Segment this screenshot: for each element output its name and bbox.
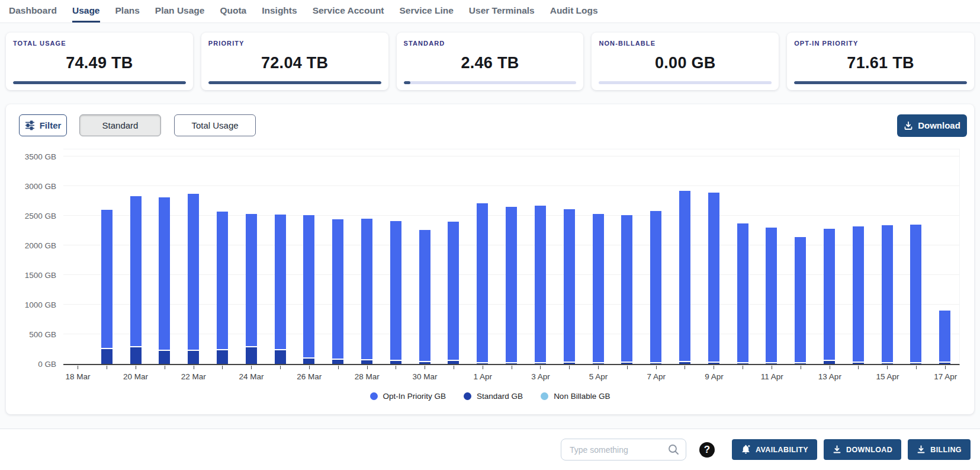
bar-22-mar[interactable] bbox=[188, 194, 199, 364]
x-axis-tick bbox=[743, 366, 743, 369]
x-axis-tick bbox=[280, 366, 281, 369]
nav-item-usage[interactable]: Usage bbox=[72, 5, 100, 23]
bar-3-apr[interactable] bbox=[535, 206, 546, 364]
bar-7-apr[interactable] bbox=[650, 211, 661, 365]
bar-15-apr[interactable] bbox=[882, 225, 893, 364]
day-slot bbox=[237, 149, 266, 364]
usage-bar-chart: 0 GB500 GB1000 GB1500 GB2000 GB2500 GB30… bbox=[15, 149, 965, 401]
bar-19-mar[interactable] bbox=[101, 210, 113, 364]
bar-17-apr[interactable] bbox=[939, 311, 950, 364]
filter-button-label: Filter bbox=[40, 120, 62, 130]
bar-segment-opt-in-priority bbox=[275, 215, 286, 349]
bar-segment-standard bbox=[621, 363, 632, 364]
bar-14-apr[interactable] bbox=[853, 226, 864, 364]
bar-segment-opt-in-priority bbox=[766, 228, 777, 363]
day-slot bbox=[352, 149, 381, 364]
nav-item-plan-usage[interactable]: Plan Usage bbox=[155, 5, 205, 23]
bar-segment-standard bbox=[477, 363, 488, 365]
help-button[interactable]: ? bbox=[699, 442, 715, 458]
stat-card-total-usage: TOTAL USAGE74.49 TB bbox=[6, 33, 193, 90]
day-slot bbox=[439, 149, 468, 364]
nav-item-service-line[interactable]: Service Line bbox=[400, 5, 454, 23]
day-slot bbox=[670, 149, 699, 364]
legend-item-non-billable-gb: Non Billable GB bbox=[541, 392, 610, 401]
bar-segment-opt-in-priority bbox=[593, 214, 604, 363]
bar-25-mar[interactable] bbox=[275, 215, 286, 364]
x-axis-date-label bbox=[497, 372, 526, 381]
bar-30-mar[interactable] bbox=[419, 230, 430, 365]
bar-16-apr[interactable] bbox=[910, 225, 921, 364]
bar-segment-standard bbox=[101, 349, 113, 364]
x-axis-tick bbox=[656, 366, 657, 369]
bar-2-apr[interactable] bbox=[506, 207, 517, 365]
legend-label: Opt-In Priority GB bbox=[383, 392, 446, 401]
x-axis-tick bbox=[425, 366, 425, 369]
bar-segment-opt-in-priority bbox=[130, 196, 142, 347]
bar-segment-standard bbox=[332, 360, 343, 364]
x-axis-date-label bbox=[324, 372, 353, 381]
bar-segment-opt-in-priority bbox=[535, 206, 546, 362]
bar-9-apr[interactable] bbox=[708, 193, 719, 364]
bar-segment-opt-in-priority bbox=[217, 212, 228, 350]
bar-segment-opt-in-priority bbox=[939, 311, 950, 362]
bar-segment-standard bbox=[650, 363, 661, 365]
y-axis-label: 2000 GB bbox=[12, 241, 56, 250]
toggle-standard-button[interactable]: Standard bbox=[79, 114, 161, 136]
bar-segment-opt-in-priority bbox=[853, 226, 864, 362]
bar-8-apr[interactable] bbox=[679, 191, 690, 364]
billing-button[interactable]: BILLING bbox=[908, 439, 971, 460]
bar-23-mar[interactable] bbox=[217, 212, 228, 365]
x-axis-date-label: 9 Apr bbox=[700, 372, 729, 381]
bar-segment-standard bbox=[361, 360, 372, 364]
bar-4-apr[interactable] bbox=[564, 209, 575, 364]
x-axis-tick bbox=[309, 366, 310, 369]
chart-download-label: Download bbox=[918, 120, 960, 130]
nav-item-dashboard[interactable]: Dashboard bbox=[9, 5, 57, 23]
bar-1-apr[interactable] bbox=[477, 203, 488, 365]
bar-segment-opt-in-priority bbox=[361, 219, 372, 360]
day-slot bbox=[641, 149, 670, 364]
x-axis-date-label bbox=[381, 372, 410, 381]
toggle-total-usage-button[interactable]: Total Usage bbox=[174, 114, 256, 136]
bar-27-mar[interactable] bbox=[332, 219, 343, 364]
nav-item-quota[interactable]: Quota bbox=[220, 5, 246, 23]
help-label: ? bbox=[704, 444, 710, 456]
filter-button[interactable]: Filter bbox=[19, 114, 67, 136]
day-slot bbox=[584, 149, 613, 364]
x-axis-date-label: 3 Apr bbox=[526, 372, 555, 381]
stat-card-standard: STANDARD2.46 TB bbox=[397, 33, 584, 90]
legend-label: Standard GB bbox=[477, 392, 523, 401]
bar-20-mar[interactable] bbox=[130, 196, 142, 365]
x-axis-tick bbox=[801, 366, 801, 369]
nav-item-user-terminals[interactable]: User Terminals bbox=[469, 5, 535, 23]
bar-5-apr[interactable] bbox=[593, 214, 604, 365]
bar-12-apr[interactable] bbox=[795, 237, 806, 364]
availability-button[interactable]: AVAILABILITY bbox=[732, 439, 817, 460]
x-axis-date-label: 17 Apr bbox=[931, 372, 960, 381]
bar-29-mar[interactable] bbox=[390, 221, 401, 365]
chart-download-button[interactable]: Download bbox=[897, 114, 967, 137]
bar-6-apr[interactable] bbox=[621, 215, 632, 364]
nav-item-audit-logs[interactable]: Audit Logs bbox=[550, 5, 598, 23]
bar-31-mar[interactable] bbox=[448, 222, 459, 364]
nav-item-insights[interactable]: Insights bbox=[262, 5, 297, 23]
x-axis-tick bbox=[916, 366, 917, 369]
stat-card-priority: PRIORITY72.04 TB bbox=[201, 33, 388, 90]
bar-segment-opt-in-priority bbox=[246, 214, 257, 346]
download-button[interactable]: DOWNLOAD bbox=[824, 439, 901, 460]
bar-21-mar[interactable] bbox=[159, 197, 170, 364]
x-axis-date-label bbox=[671, 372, 700, 381]
bar-24-mar[interactable] bbox=[246, 214, 257, 365]
bar-13-apr[interactable] bbox=[824, 229, 835, 365]
bar-28-mar[interactable] bbox=[361, 219, 372, 365]
bar-segment-opt-in-priority bbox=[737, 223, 748, 362]
legend-dot-icon bbox=[370, 392, 378, 400]
bar-26-mar[interactable] bbox=[303, 215, 314, 365]
day-slot bbox=[612, 149, 641, 364]
nav-item-plans[interactable]: Plans bbox=[115, 5, 140, 23]
bar-slots bbox=[63, 149, 959, 364]
bar-11-apr[interactable] bbox=[766, 228, 777, 365]
bar-10-apr[interactable] bbox=[737, 223, 748, 364]
nav-item-service-account[interactable]: Service Account bbox=[313, 5, 384, 23]
search-icon[interactable] bbox=[667, 443, 680, 456]
